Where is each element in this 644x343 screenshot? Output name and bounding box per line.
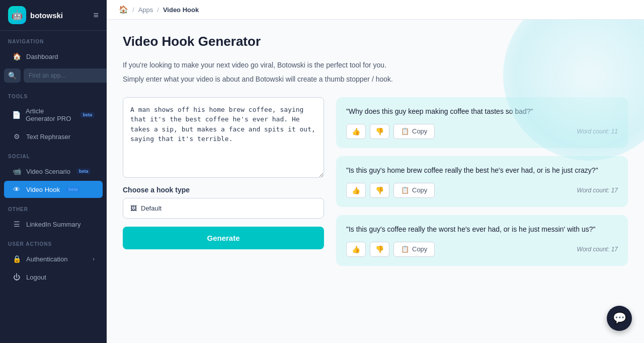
sidebar-item-logout[interactable]: ⏻ Logout <box>4 268 103 286</box>
beta-badge: beta <box>76 168 91 174</box>
other-section-label: OTHER <box>0 198 107 215</box>
word-count-1: Word count: 11 <box>577 128 618 135</box>
copy-label-1: Copy <box>412 127 427 135</box>
sidebar-item-video-scenario[interactable]: 📹 Video Scenario beta <box>4 163 103 180</box>
result-card-3: "Is this guy's coffee really the worst h… <box>336 215 628 266</box>
article-icon: 📄 <box>12 111 21 119</box>
word-count-3: Word count: 17 <box>577 246 618 253</box>
beta-badge: beta <box>66 186 80 192</box>
left-column: A man shows off his home brew coffee, sa… <box>123 97 324 266</box>
sidebar-search-row: 🔍 <box>0 65 107 86</box>
result-quote-2: "Is this guy's home brew coffee really t… <box>346 165 618 176</box>
thumbup-button-3[interactable]: 👍 <box>346 242 366 257</box>
sidebar-item-article-generator[interactable]: 📄 Article Generator PRO beta <box>4 103 103 127</box>
breadcrumb-home-icon[interactable]: 🏠 <box>119 5 128 14</box>
video-hook-icon: 👁 <box>12 185 21 193</box>
breadcrumb-separator: / <box>132 6 134 14</box>
auth-left: 🔒 Authentication <box>12 255 67 263</box>
description-1: If you're looking to make your next vide… <box>123 59 628 71</box>
lock-icon: 🔒 <box>12 255 21 263</box>
vote-buttons-2: 👍 👎 📋 Copy <box>346 183 435 198</box>
thumbup-button-2[interactable]: 👍 <box>346 183 366 198</box>
word-count-label-3: Word count: <box>577 246 610 253</box>
breadcrumb-current: Video Hook <box>163 6 199 14</box>
sidebar-item-dashboard[interactable]: 🏠 Dashboard <box>4 48 103 65</box>
result-card-2: "Is this guy's home brew coffee really t… <box>336 156 628 207</box>
sidebar-item-label: Dashboard <box>26 53 58 60</box>
hook-type-label: Choose a hook type <box>123 186 324 194</box>
two-column-layout: A man shows off his home brew coffee, sa… <box>123 97 628 266</box>
home-icon: 🏠 <box>12 52 21 60</box>
breadcrumb-separator-2: / <box>157 6 159 14</box>
result-quote-3: "Is this guy's coffee really the worst h… <box>346 224 618 235</box>
logo-text: botowski <box>30 11 63 20</box>
hook-type-dropdown[interactable]: 🖼 Default <box>123 198 324 219</box>
search-input[interactable] <box>24 68 107 83</box>
video-description-input[interactable]: A man shows off his home brew coffee, sa… <box>123 97 324 178</box>
copy-icon-1: 📋 <box>401 127 409 135</box>
sidebar-item-label: Text Rephraser <box>26 133 70 141</box>
power-icon: ⏻ <box>12 273 21 281</box>
sidebar-item-linkedin-summary[interactable]: ☰ LinkedIn Summary <box>4 216 103 233</box>
copy-button-3[interactable]: 📋 Copy <box>393 242 435 257</box>
sidebar-logo: 🤖 botowski <box>8 6 63 24</box>
rephraser-icon: ⚙ <box>12 132 21 141</box>
word-count-label-2: Word count: <box>577 187 610 194</box>
breadcrumb-apps[interactable]: Apps <box>138 6 153 14</box>
sidebar-item-label: LinkedIn Summary <box>26 221 80 228</box>
result-card-1: "Why does this guy keep making coffee th… <box>336 97 628 148</box>
social-section-label: SOCIAL <box>0 146 107 162</box>
sidebar-item-label: Logout <box>26 273 46 281</box>
copy-label-3: Copy <box>412 245 427 253</box>
word-count-value-1: 11 <box>611 128 618 135</box>
thumbdown-button-3[interactable]: 👎 <box>370 242 389 257</box>
sidebar-item-label: Article Generator PRO <box>26 107 74 122</box>
sidebar-item-video-hook[interactable]: 👁 Video Hook beta <box>4 181 103 198</box>
thumbdown-button-2[interactable]: 👎 <box>370 183 389 198</box>
right-column: "Why does this guy keep making coffee th… <box>336 97 628 266</box>
vote-buttons-3: 👍 👎 📋 Copy <box>346 242 435 257</box>
generate-button[interactable]: Generate <box>123 227 324 249</box>
hook-type-select-icon: 🖼 <box>130 204 137 212</box>
linkedin-icon: ☰ <box>12 220 21 228</box>
word-count-value-2: 17 <box>611 187 618 194</box>
user-actions-section-label: USER ACTIONS <box>0 233 107 250</box>
search-button[interactable]: 🔍 <box>4 68 21 83</box>
hook-type-value: Default <box>141 204 162 212</box>
word-count-2: Word count: 17 <box>577 187 618 194</box>
main: 🏠 / Apps / Video Hook Video Hook Generat… <box>107 0 644 343</box>
copy-button-1[interactable]: 📋 Copy <box>393 124 435 139</box>
sidebar-item-label: Video Hook <box>26 186 60 193</box>
hook-type-section: Choose a hook type 🖼 Default <box>123 186 324 219</box>
video-scenario-icon: 📹 <box>12 167 21 175</box>
thumbdown-button-1[interactable]: 👎 <box>370 124 389 139</box>
copy-icon-3: 📋 <box>401 245 409 253</box>
result-actions-2: 👍 👎 📋 Copy Word count: 17 <box>346 183 618 198</box>
description-2: Simply enter what your video is about an… <box>123 74 628 85</box>
vote-buttons-1: 👍 👎 📋 Copy <box>346 124 435 139</box>
copy-label-2: Copy <box>412 186 427 194</box>
chat-bubble[interactable]: 💬 <box>607 306 632 331</box>
sidebar-item-label: Video Scenario <box>26 168 70 175</box>
copy-button-2[interactable]: 📋 Copy <box>393 183 435 198</box>
logo-icon: 🤖 <box>8 6 26 24</box>
copy-icon-2: 📋 <box>401 186 409 194</box>
topbar: 🏠 / Apps / Video Hook <box>107 0 644 20</box>
hamburger-icon[interactable]: ≡ <box>93 10 99 21</box>
result-actions-1: 👍 👎 📋 Copy Word count: 11 <box>346 124 618 139</box>
sidebar: 🤖 botowski ≡ NAVIGATION 🏠 Dashboard 🔍 TO… <box>0 0 107 343</box>
result-actions-3: 👍 👎 📋 Copy Word count: 17 <box>346 242 618 257</box>
beta-badge: beta <box>80 112 95 118</box>
sidebar-item-label: Authentication <box>26 255 67 263</box>
result-quote-1: "Why does this guy keep making coffee th… <box>346 106 618 117</box>
word-count-label-1: Word count: <box>577 128 610 135</box>
chevron-right-icon: › <box>93 256 95 262</box>
page-title: Video Hook Generator <box>123 34 628 49</box>
sidebar-item-authentication[interactable]: 🔒 Authentication › <box>4 250 103 267</box>
tools-section-label: TOOLS <box>0 86 107 102</box>
sidebar-item-text-rephraser[interactable]: ⚙ Text Rephraser <box>4 128 103 145</box>
page-content: Video Hook Generator If you're looking t… <box>107 20 644 343</box>
word-count-value-3: 17 <box>611 246 618 253</box>
sidebar-header: 🤖 botowski ≡ <box>0 0 107 31</box>
thumbup-button-1[interactable]: 👍 <box>346 124 366 139</box>
